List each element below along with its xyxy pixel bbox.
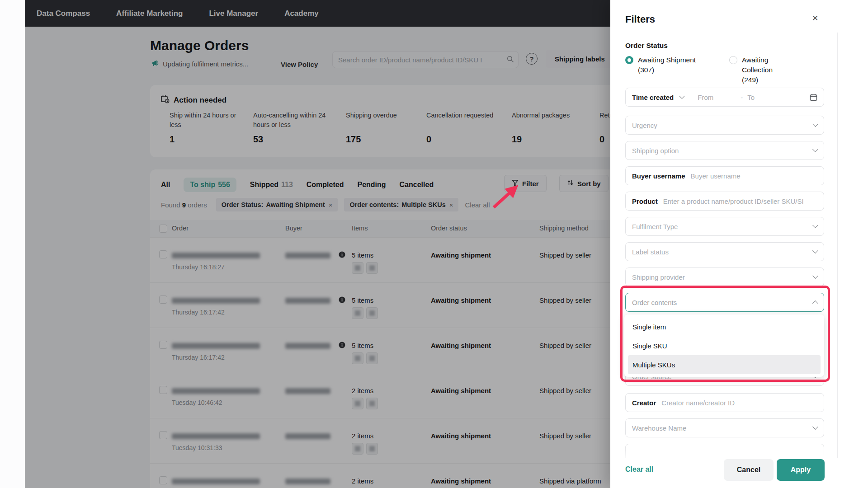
order-contents-select[interactable]: Order contents — [625, 293, 824, 312]
order-status-label: Order Status — [625, 42, 668, 50]
radio-awaiting-collection[interactable]: Awaiting Collection(249) — [729, 55, 773, 85]
chevron-down-icon — [812, 248, 818, 253]
radio-awaiting-shipment[interactable]: Awaiting Shipment(307) — [625, 55, 696, 75]
filters-panel-title: Filters — [625, 14, 655, 25]
creator-field[interactable]: Creator Creator name/creator ID — [625, 393, 824, 412]
filters-panel: Filters ✕ Order Status Awaiting Shipment… — [610, 0, 868, 488]
radio-unselected-icon[interactable] — [729, 56, 737, 64]
dropdown-option-single-sku[interactable]: Single SKU — [624, 336, 824, 355]
order-contents-dropdown: Single item Single SKU Multiple SKUs — [624, 314, 824, 377]
fulfilment-type-select[interactable]: Fulfilment Type — [625, 217, 824, 236]
panel-scrollbar[interactable] — [837, 33, 838, 488]
chevron-down-icon — [812, 273, 818, 279]
chevron-down-icon — [812, 121, 818, 127]
warehouse-name-select[interactable]: Warehouse Name — [625, 418, 824, 437]
shipping-option-select[interactable]: Shipping option — [625, 141, 824, 160]
time-created-field[interactable]: Time created From - To — [625, 88, 824, 107]
order-status-radios: Awaiting Shipment(307) Awaiting Collecti… — [625, 55, 696, 75]
date-to-placeholder[interactable]: To — [747, 94, 755, 101]
dropdown-option-multiple-skus[interactable]: Multiple SKUs — [628, 355, 821, 374]
date-from-placeholder[interactable]: From — [698, 94, 713, 101]
apply-button[interactable]: Apply — [777, 459, 825, 481]
screen: Data Compass Affiliate Marketing Live Ma… — [0, 0, 868, 488]
dropdown-option-single-item[interactable]: Single item — [624, 317, 824, 336]
label-status-select[interactable]: Label status — [625, 242, 824, 261]
radio-selected-icon[interactable] — [625, 56, 633, 64]
cancel-button[interactable]: Cancel — [724, 459, 774, 481]
calendar-icon[interactable] — [810, 94, 817, 101]
shipping-provider-select[interactable]: Shipping provider — [625, 267, 824, 286]
chevron-up-icon — [812, 300, 818, 306]
modal-dim-overlay — [25, 0, 610, 488]
close-icon[interactable]: ✕ — [812, 14, 818, 23]
chevron-down-icon — [679, 93, 685, 99]
chevron-down-icon — [812, 146, 818, 152]
chevron-down-icon — [812, 424, 818, 430]
buyer-username-field[interactable]: Buyer username Buyer username — [625, 166, 824, 185]
left-margin — [0, 0, 25, 488]
urgency-select[interactable]: Urgency — [625, 116, 824, 135]
product-field[interactable]: Product Enter a product name/product ID/… — [625, 192, 824, 211]
panel-clear-all-link[interactable]: Clear all — [625, 465, 653, 474]
chevron-down-icon — [812, 222, 818, 228]
